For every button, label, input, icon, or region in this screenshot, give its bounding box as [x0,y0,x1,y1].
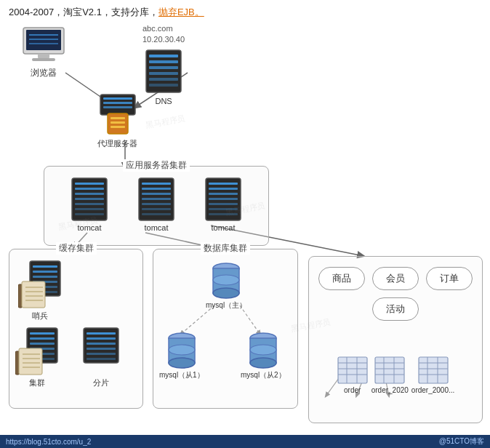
mysql-master: mysql（主） [206,261,246,311]
svg-rect-30 [103,106,132,108]
svg-rect-80 [19,348,42,375]
svg-rect-91 [87,358,116,360]
proxy-label: 代理服务器 [97,138,137,149]
svg-rect-110 [375,357,404,383]
tomcat-3: tomcat [204,177,242,232]
tomcat-label-1: tomcat [77,223,101,232]
mysql-master-icon [210,261,242,299]
title-highlight: 抛弃EJB。 [158,7,204,17]
mysql-slave1: mysql（从1） [159,331,204,380]
firewall-icon [99,93,137,135]
svg-rect-14 [26,30,61,50]
watermark-1: 黑马程序员 [145,113,186,130]
browser-icon [20,26,67,64]
svg-rect-42 [75,213,104,215]
svg-rect-57 [209,208,238,210]
svg-rect-36 [75,183,104,185]
svg-rect-33 [111,121,125,124]
svg-rect-86 [87,332,116,335]
tomcat-server-3 [204,177,242,222]
svg-rect-52 [209,183,238,185]
tomcat-2: tomcat [137,177,175,232]
mysql-slave1-label: mysql（从1） [159,370,204,380]
proxy-section: 代理服务器 [97,93,137,149]
sentry-icon [18,260,62,309]
title-text: 2004-2007，淘宝V2.1，支持分库，抛弃EJB。 [9,7,204,17]
svg-rect-23 [149,66,178,69]
tomcat-1: tomcat [71,177,108,232]
title-bar: 2004-2007，淘宝V2.1，支持分库，抛弃EJB。 [9,6,204,19]
svg-rect-53 [209,188,238,190]
bottom-bar: https://blog.51cto.com/u_2 @51CTO博客 [0,435,490,448]
svg-rect-73 [30,332,55,335]
tomcat-server-2 [137,177,175,222]
mysql-slave1-icon [166,331,198,369]
pill-order: 订单 [426,267,473,290]
svg-rect-41 [75,208,104,210]
svg-rect-45 [142,188,171,190]
svg-rect-74 [30,337,55,340]
order2020-table-label: order_2020 [371,386,409,394]
svg-rect-89 [87,348,116,350]
tomcat-server-1 [71,177,108,222]
bottom-url: https://blog.51cto.com/u_2 [6,438,91,446]
svg-rect-116 [419,357,448,383]
svg-rect-49 [142,208,171,210]
svg-rect-67 [22,281,45,308]
cluster-label: 集群 [29,377,45,388]
svg-rect-61 [33,271,57,273]
mysql-slave2-icon [247,331,279,369]
svg-rect-62 [33,276,57,278]
svg-rect-40 [75,203,104,205]
svg-rect-34 [111,126,125,128]
browser-label: 浏览器 [31,67,57,79]
svg-rect-88 [87,343,116,345]
tomcat-label-3: tomcat [211,223,235,232]
svg-rect-47 [142,198,171,200]
tomcat-label-2: tomcat [144,223,168,232]
dns-server-icon [145,49,182,94]
svg-rect-25 [149,78,178,81]
cache-cluster-item: 集群 [15,327,59,388]
svg-point-102 [250,345,276,355]
svg-rect-44 [142,183,171,185]
cache-cluster: 缓存集群 哨兵 [9,249,143,409]
bottom-watermark: @51CTO博客 [439,436,484,447]
page-container: 2004-2007，淘宝V2.1，支持分库，抛弃EJB。 [0,0,490,448]
db-cluster-label: 数据库集群 [201,242,250,255]
table-order: order [337,356,369,394]
order2020-table-icon [374,356,406,385]
cache-cluster-label: 缓存集群 [56,242,97,255]
svg-rect-56 [209,203,238,205]
order2000-table-label: order_2000... [411,386,455,394]
service-group: 商品 会员 订单 活动 order [308,256,483,423]
svg-rect-50 [142,213,171,215]
svg-rect-22 [149,60,178,63]
sentry-section: 哨兵 [18,260,62,321]
svg-rect-18 [38,54,49,58]
tables-row: order order_2020 [316,356,475,394]
shard-section: 分片 [82,327,120,388]
shard-icon [82,327,120,376]
svg-rect-28 [103,97,132,100]
order-table-label: order [344,386,361,394]
svg-rect-104 [338,357,367,383]
svg-rect-55 [209,198,238,200]
svg-rect-58 [209,213,238,215]
svg-rect-38 [75,193,104,195]
cluster-icon [15,327,59,376]
mysql-slave2-label: mysql（从2） [241,370,286,380]
sentry-label: 哨兵 [32,311,48,321]
svg-rect-46 [142,193,171,195]
svg-rect-37 [75,188,104,190]
svg-rect-26 [149,84,178,87]
app-cluster: 应用服务器集群 tomcat [44,166,269,246]
pill-product: 商品 [318,267,365,290]
svg-rect-32 [111,117,125,119]
svg-rect-29 [103,102,132,104]
svg-rect-90 [87,353,116,355]
table-order-2000: order_2000... [411,356,455,394]
dns-address: abc.com 10.20.30.40 [142,23,185,46]
svg-rect-24 [149,72,178,75]
svg-rect-54 [209,193,238,195]
